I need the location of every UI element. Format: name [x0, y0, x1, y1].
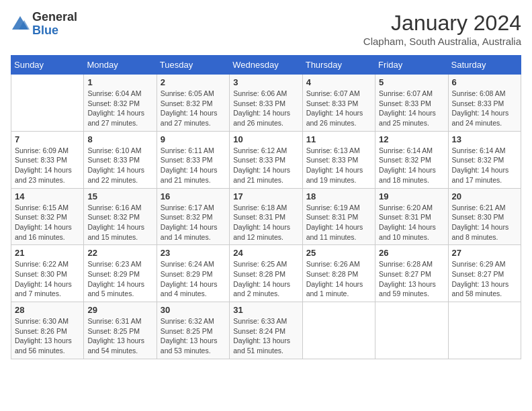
header: General Blue January 2024 Clapham, South…	[11, 11, 521, 47]
day-number: 10	[233, 134, 298, 144]
day-info: Sunrise: 6:13 AM Sunset: 8:33 PM Dayligh…	[306, 146, 371, 185]
day-number: 2	[161, 77, 226, 87]
calendar-cell: 13Sunrise: 6:14 AM Sunset: 8:32 PM Dayli…	[448, 131, 521, 188]
day-number: 19	[379, 191, 444, 201]
day-number: 28	[15, 305, 80, 315]
calendar-cell	[375, 302, 448, 359]
calendar-body: 1Sunrise: 6:04 AM Sunset: 8:32 PM Daylig…	[11, 75, 521, 359]
calendar-cell: 4Sunrise: 6:07 AM Sunset: 8:33 PM Daylig…	[302, 75, 375, 132]
calendar-cell: 7Sunrise: 6:09 AM Sunset: 8:33 PM Daylig…	[11, 131, 84, 188]
day-number: 17	[233, 191, 298, 201]
day-info: Sunrise: 6:21 AM Sunset: 8:30 PM Dayligh…	[452, 203, 517, 242]
day-info: Sunrise: 6:12 AM Sunset: 8:33 PM Dayligh…	[233, 146, 298, 185]
logo-general-text: General	[32, 10, 77, 24]
day-info: Sunrise: 6:07 AM Sunset: 8:33 PM Dayligh…	[379, 89, 444, 128]
day-number: 12	[379, 134, 444, 144]
calendar-cell: 9Sunrise: 6:11 AM Sunset: 8:33 PM Daylig…	[157, 131, 229, 188]
day-number: 21	[15, 248, 80, 258]
location-title: Clapham, South Australia, Australia	[363, 36, 521, 47]
day-info: Sunrise: 6:28 AM Sunset: 8:27 PM Dayligh…	[379, 259, 444, 299]
day-info: Sunrise: 6:16 AM Sunset: 8:32 PM Dayligh…	[87, 203, 152, 242]
day-number: 27	[452, 248, 517, 258]
header-day-monday: Monday	[84, 56, 157, 75]
day-info: Sunrise: 6:15 AM Sunset: 8:32 PM Dayligh…	[15, 203, 80, 242]
calendar-table: SundayMondayTuesdayWednesdayThursdayFrid…	[11, 55, 521, 359]
day-number: 14	[15, 191, 80, 201]
calendar-cell: 6Sunrise: 6:08 AM Sunset: 8:33 PM Daylig…	[448, 75, 521, 132]
calendar-cell: 25Sunrise: 6:26 AM Sunset: 8:28 PM Dayli…	[302, 245, 375, 302]
day-info: Sunrise: 6:08 AM Sunset: 8:33 PM Dayligh…	[452, 89, 517, 128]
calendar-cell: 26Sunrise: 6:28 AM Sunset: 8:27 PM Dayli…	[375, 245, 448, 302]
calendar-cell: 23Sunrise: 6:24 AM Sunset: 8:29 PM Dayli…	[157, 245, 229, 302]
calendar-cell: 2Sunrise: 6:05 AM Sunset: 8:32 PM Daylig…	[157, 75, 229, 132]
day-info: Sunrise: 6:06 AM Sunset: 8:33 PM Dayligh…	[233, 89, 298, 128]
day-info: Sunrise: 6:11 AM Sunset: 8:33 PM Dayligh…	[161, 146, 226, 185]
logo: General Blue	[11, 11, 77, 38]
week-row-2: 7Sunrise: 6:09 AM Sunset: 8:33 PM Daylig…	[11, 131, 521, 188]
day-number: 26	[379, 248, 444, 258]
day-info: Sunrise: 6:18 AM Sunset: 8:31 PM Dayligh…	[233, 203, 298, 242]
calendar-header: SundayMondayTuesdayWednesdayThursdayFrid…	[11, 56, 521, 75]
day-info: Sunrise: 6:14 AM Sunset: 8:32 PM Dayligh…	[379, 146, 444, 185]
day-info: Sunrise: 6:23 AM Sunset: 8:29 PM Dayligh…	[87, 259, 152, 299]
calendar-cell: 22Sunrise: 6:23 AM Sunset: 8:29 PM Dayli…	[84, 245, 157, 302]
day-number: 20	[452, 191, 517, 201]
calendar-cell: 1Sunrise: 6:04 AM Sunset: 8:32 PM Daylig…	[84, 75, 157, 132]
calendar-cell: 27Sunrise: 6:29 AM Sunset: 8:27 PM Dayli…	[448, 245, 521, 302]
calendar-cell: 5Sunrise: 6:07 AM Sunset: 8:33 PM Daylig…	[375, 75, 448, 132]
calendar-cell	[11, 75, 84, 132]
calendar-cell: 19Sunrise: 6:20 AM Sunset: 8:31 PM Dayli…	[375, 188, 448, 245]
week-row-5: 28Sunrise: 6:30 AM Sunset: 8:26 PM Dayli…	[11, 302, 521, 359]
day-number: 15	[87, 191, 152, 201]
day-info: Sunrise: 6:04 AM Sunset: 8:32 PM Dayligh…	[87, 89, 152, 128]
day-info: Sunrise: 6:05 AM Sunset: 8:32 PM Dayligh…	[161, 89, 226, 128]
day-info: Sunrise: 6:17 AM Sunset: 8:32 PM Dayligh…	[161, 203, 226, 242]
calendar-cell: 14Sunrise: 6:15 AM Sunset: 8:32 PM Dayli…	[11, 188, 84, 245]
calendar-cell	[448, 302, 521, 359]
calendar-cell: 21Sunrise: 6:22 AM Sunset: 8:30 PM Dayli…	[11, 245, 84, 302]
day-number: 30	[161, 305, 226, 315]
day-info: Sunrise: 6:07 AM Sunset: 8:33 PM Dayligh…	[306, 89, 371, 128]
calendar-cell: 16Sunrise: 6:17 AM Sunset: 8:32 PM Dayli…	[157, 188, 229, 245]
calendar-cell: 30Sunrise: 6:32 AM Sunset: 8:25 PM Dayli…	[157, 302, 229, 359]
day-number: 9	[161, 134, 226, 144]
logo-blue-text: Blue	[32, 24, 58, 37]
day-number: 3	[233, 77, 298, 87]
day-number: 11	[306, 134, 371, 144]
day-number: 6	[452, 77, 517, 87]
calendar-cell: 3Sunrise: 6:06 AM Sunset: 8:33 PM Daylig…	[230, 75, 302, 132]
day-info: Sunrise: 6:14 AM Sunset: 8:32 PM Dayligh…	[452, 146, 517, 185]
week-row-4: 21Sunrise: 6:22 AM Sunset: 8:30 PM Dayli…	[11, 245, 521, 302]
calendar-cell: 31Sunrise: 6:33 AM Sunset: 8:24 PM Dayli…	[230, 302, 302, 359]
header-day-friday: Friday	[375, 56, 448, 75]
day-info: Sunrise: 6:30 AM Sunset: 8:26 PM Dayligh…	[15, 316, 80, 356]
day-number: 1	[87, 77, 152, 87]
day-info: Sunrise: 6:19 AM Sunset: 8:31 PM Dayligh…	[306, 203, 371, 242]
header-day-tuesday: Tuesday	[157, 56, 229, 75]
day-number: 22	[87, 248, 152, 258]
day-info: Sunrise: 6:29 AM Sunset: 8:27 PM Dayligh…	[452, 259, 517, 299]
day-number: 24	[233, 248, 298, 258]
calendar-cell: 17Sunrise: 6:18 AM Sunset: 8:31 PM Dayli…	[230, 188, 302, 245]
day-number: 4	[306, 77, 371, 87]
calendar-cell: 28Sunrise: 6:30 AM Sunset: 8:26 PM Dayli…	[11, 302, 84, 359]
week-row-3: 14Sunrise: 6:15 AM Sunset: 8:32 PM Dayli…	[11, 188, 521, 245]
day-number: 5	[379, 77, 444, 87]
header-row: SundayMondayTuesdayWednesdayThursdayFrid…	[11, 56, 521, 75]
calendar-cell: 18Sunrise: 6:19 AM Sunset: 8:31 PM Dayli…	[302, 188, 375, 245]
month-title: January 2024	[363, 11, 521, 36]
day-number: 29	[87, 305, 152, 315]
calendar-cell: 20Sunrise: 6:21 AM Sunset: 8:30 PM Dayli…	[448, 188, 521, 245]
calendar-cell: 12Sunrise: 6:14 AM Sunset: 8:32 PM Dayli…	[375, 131, 448, 188]
day-info: Sunrise: 6:25 AM Sunset: 8:28 PM Dayligh…	[233, 259, 298, 299]
day-number: 8	[87, 134, 152, 144]
day-info: Sunrise: 6:26 AM Sunset: 8:28 PM Dayligh…	[306, 259, 371, 299]
day-info: Sunrise: 6:31 AM Sunset: 8:25 PM Dayligh…	[87, 316, 152, 356]
day-info: Sunrise: 6:09 AM Sunset: 8:33 PM Dayligh…	[15, 146, 80, 185]
title-area: January 2024 Clapham, South Australia, A…	[363, 11, 521, 47]
week-row-1: 1Sunrise: 6:04 AM Sunset: 8:32 PM Daylig…	[11, 75, 521, 132]
day-number: 31	[233, 305, 298, 315]
logo-icon	[11, 15, 30, 34]
header-day-wednesday: Wednesday	[230, 56, 302, 75]
calendar-cell: 8Sunrise: 6:10 AM Sunset: 8:33 PM Daylig…	[84, 131, 157, 188]
